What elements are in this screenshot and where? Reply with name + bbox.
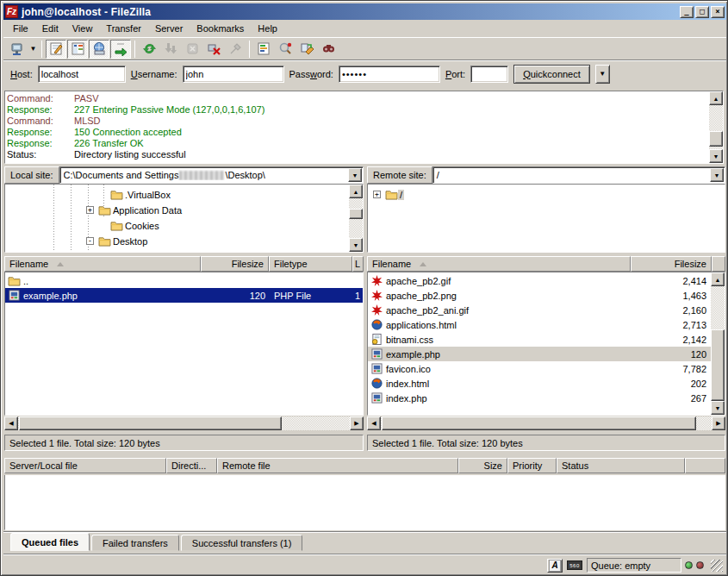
queue-list[interactable] [4,475,725,530]
tree-item[interactable]: Cookies [98,218,161,233]
column-header-filename[interactable]: Filename [367,256,631,272]
site-manager-dropdown-icon[interactable]: ▼ [28,40,38,59]
combo-dropdown-icon[interactable]: ▼ [348,168,362,182]
reconnect-icon[interactable] [225,40,246,59]
scroll-up-icon[interactable]: ▲ [711,272,725,286]
collapse-icon[interactable]: - [86,237,94,245]
remote-file-list[interactable]: apache_pb2.gif 2,414 apache_pb2.png 1,46… [367,272,725,416]
column-header-filesize[interactable]: Filesize [201,256,269,272]
local-tree-scrollbar[interactable]: ▲ ▼ [349,185,363,252]
column-header-filetype[interactable]: Filetype [269,256,352,272]
expand-icon[interactable]: + [86,206,94,214]
scroll-thumb[interactable] [711,329,725,401]
scroll-right-icon[interactable]: ▶ [712,416,725,430]
expand-icon[interactable]: + [373,191,381,198]
password-input[interactable] [339,66,440,83]
file-row-selected[interactable]: example.php 120 [368,347,712,361]
menu-bookmarks[interactable]: Bookmarks [190,22,250,35]
remote-site-combobox[interactable]: / ▼ [432,166,725,184]
tab-queued-files[interactable]: Queued files [10,533,90,551]
scroll-thumb[interactable] [349,209,363,219]
scroll-down-icon[interactable]: ▼ [349,238,363,252]
scroll-thumb[interactable] [382,416,696,430]
port-input[interactable] [470,66,508,83]
tree-item[interactable]: - Desktop [98,234,149,248]
tab-successful-transfers[interactable]: Successful transfers (1) [181,535,303,551]
column-header-direction[interactable]: Directi... [166,458,217,473]
menu-edit[interactable]: Edit [36,22,65,35]
minimize-button[interactable]: _ [680,6,694,18]
column-header-remote-file[interactable]: Remote file [217,458,458,473]
file-row[interactable]: apache_pb2_ani.gif 2,160 [368,303,725,317]
maximize-button[interactable]: □ [695,6,709,18]
local-hscrollbar[interactable]: ◀ ▶ [4,416,364,430]
file-row[interactable]: favicon.ico 7,782 [368,361,725,376]
file-row[interactable]: bitnami.css 2,142 [368,332,725,347]
quickconnect-button[interactable]: Quickconnect [513,65,590,84]
resize-grip[interactable] [711,560,723,572]
menu-view[interactable]: View [66,22,99,35]
tab-failed-transfers[interactable]: Failed transfers [91,535,179,551]
remote-hscrollbar[interactable]: ◀ ▶ [367,416,725,430]
column-header-server-local-file[interactable]: Server/Local file [4,458,166,473]
site-manager-icon[interactable] [7,40,28,59]
file-row[interactable]: index.php 267 [368,391,725,405]
username-input[interactable] [183,66,284,83]
file-row[interactable]: applications.html 2,713 [368,317,725,332]
toggle-local-tree-icon[interactable] [67,40,88,59]
column-header-spacer [685,458,725,473]
file-row[interactable]: apache_pb2.png 1,463 [368,288,725,303]
column-header-filename[interactable]: Filename [4,256,201,272]
local-directory-tree[interactable]: .VirtualBox + Application Data Cookies -… [4,184,364,253]
refresh-icon[interactable] [139,40,159,59]
scroll-down-icon[interactable]: ▼ [711,401,725,415]
speed-limits-icon[interactable]: 560 [566,559,583,573]
scroll-right-icon[interactable]: ▶ [350,416,364,430]
file-row[interactable]: apache_pb2.gif 2,414 [368,273,725,288]
compare-directories-icon[interactable] [275,40,296,59]
menu-transfer[interactable]: Transfer [100,22,147,35]
tree-item[interactable]: + / [373,187,404,202]
ascii-transfer-type-icon[interactable]: A [547,559,563,573]
synchronized-browsing-icon[interactable] [296,40,317,59]
scroll-up-icon[interactable]: ▲ [349,185,363,198]
file-row-selected[interactable]: example.php 120 PHP File 1 [5,288,363,303]
toggle-queue-icon[interactable] [110,40,131,59]
close-button[interactable]: × [711,6,725,18]
column-header-filesize[interactable]: Filesize [631,256,712,272]
process-queue-icon[interactable] [160,40,181,59]
cancel-operation-icon[interactable] [182,40,202,59]
quickconnect-dropdown-icon[interactable]: ▼ [595,65,610,84]
scroll-down-icon[interactable]: ▼ [709,149,723,163]
scroll-up-icon[interactable]: ▲ [709,91,723,105]
tree-item[interactable]: + Application Data [98,203,184,217]
file-row[interactable]: .. [5,273,363,288]
toggle-message-log-icon[interactable] [46,40,66,59]
host-input[interactable] [38,66,126,83]
column-header-status[interactable]: Status [557,458,685,473]
filter-icon[interactable] [253,40,274,59]
remote-directory-tree[interactable]: + / [367,184,725,253]
tree-item[interactable]: .VirtualBox [98,187,172,202]
remote-list-scrollbar[interactable]: ▲ ▼ [711,272,725,415]
redacted-username [179,171,224,180]
scroll-thumb[interactable] [19,416,282,430]
scroll-left-icon[interactable]: ◀ [367,416,381,430]
log-scrollbar[interactable]: ▲ ▼ [709,91,723,163]
column-header-lastmodified[interactable]: L [352,256,364,272]
file-row[interactable]: index.html 202 [368,376,725,391]
title-bar[interactable]: Fz john@localhost - FileZilla _ □ × [3,3,726,20]
column-header-priority[interactable]: Priority [507,458,557,473]
menu-help[interactable]: Help [252,22,283,35]
menu-server[interactable]: Server [149,22,189,35]
column-header-size[interactable]: Size [458,458,507,473]
combo-dropdown-icon[interactable]: ▼ [710,168,724,182]
disconnect-icon[interactable] [203,40,224,59]
local-site-combobox[interactable]: C:\Documents and Settings\Desktop\ ▼ [59,166,364,184]
find-files-icon[interactable] [318,40,339,59]
scroll-left-icon[interactable]: ◀ [4,416,18,430]
toggle-remote-tree-icon[interactable] [89,40,109,59]
local-file-list[interactable]: .. example.php 120 PHP File 1 [4,272,364,416]
scroll-thumb[interactable] [709,131,723,147]
menu-file[interactable]: File [7,22,34,35]
